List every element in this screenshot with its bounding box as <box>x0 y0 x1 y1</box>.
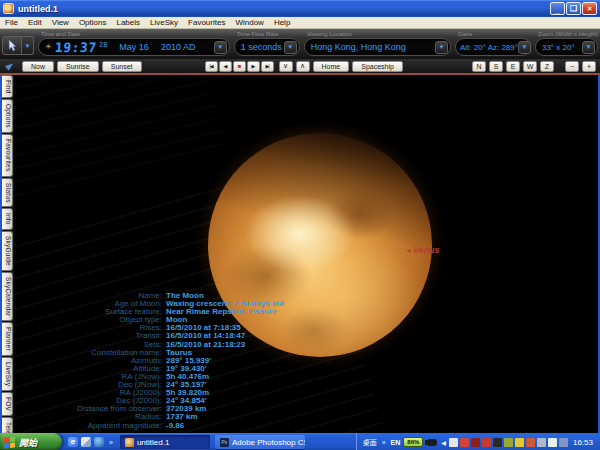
play-forward-button[interactable]: ▶ <box>247 61 260 72</box>
ie-icon[interactable]: e <box>68 437 78 447</box>
flow-up-button[interactable]: ∧ <box>296 61 310 72</box>
home-button[interactable]: Home <box>313 61 350 72</box>
gaze-zenith-button[interactable]: Z <box>540 61 554 72</box>
gaze-east-button[interactable]: E <box>506 61 520 72</box>
menu-livesky[interactable]: LiveSky <box>150 18 178 27</box>
taskbar-task-untitled[interactable]: untitled.1 <box>120 435 210 449</box>
sidebar-tab-livesky[interactable]: LiveSky <box>2 357 13 391</box>
play-reverse-button[interactable]: ◀ <box>219 61 232 72</box>
tray-icon-8[interactable] <box>526 438 535 447</box>
stop-button[interactable]: ■ <box>233 61 246 72</box>
zoom-value: 33° x 20° <box>542 43 575 52</box>
quick-launch: e » <box>68 437 115 447</box>
menu-window[interactable]: Window <box>235 18 263 27</box>
gaze-display[interactable]: Alt: 20° Az: 289° ▼ <box>455 38 531 56</box>
toolbar-main: ▼ Time and Date ☀ 19:37 28 May 16 2010 A… <box>0 29 600 59</box>
viewing-location-dropdown[interactable]: ▼ <box>435 41 448 54</box>
tray-chevron-icon[interactable]: » <box>382 439 386 446</box>
time-date-dropdown[interactable]: ▼ <box>214 41 227 54</box>
show-desktop-icon[interactable] <box>81 437 91 447</box>
tray-icon-4[interactable] <box>482 438 491 447</box>
zoom-label: Zoom (Width x Height) <box>538 31 598 37</box>
sidebar-tab-info[interactable]: Info <box>2 208 13 230</box>
zoom-dropdown[interactable]: ▼ <box>582 41 595 54</box>
tray-icon-7[interactable] <box>515 438 524 447</box>
menu-view[interactable]: View <box>52 18 69 27</box>
sunset-button[interactable]: Sunset <box>102 61 142 72</box>
sunrise-button[interactable]: Sunrise <box>57 61 99 72</box>
restore-button[interactable]: ❏ <box>566 2 581 15</box>
viewing-location-display[interactable]: Hong Kong, Hong Kong ▼ <box>304 38 451 56</box>
menu-options[interactable]: Options <box>79 18 107 27</box>
step-forward-button[interactable]: ▶| <box>261 61 274 72</box>
taskbar: 開始 e » untitled.1 Ps Adobe Photoshop CS4… <box>0 433 600 450</box>
desktop-toolbar-label[interactable]: 桌面 <box>363 437 377 447</box>
time-date-display[interactable]: ☀ 19:37 28 May 16 2010 AD ▼ <box>38 38 230 56</box>
sidebar-tab-find[interactable]: Find <box>2 75 13 98</box>
year-value: 2010 AD <box>161 42 196 52</box>
sidebar-tab-status[interactable]: Status <box>2 178 13 208</box>
step-back-button[interactable]: |◀ <box>205 61 218 72</box>
tray-icon-2[interactable] <box>460 438 469 447</box>
power-plug-icon <box>428 439 437 446</box>
tray-icon-10[interactable] <box>548 438 557 447</box>
tray-icon-1[interactable] <box>449 438 458 447</box>
gaze-south-button[interactable]: S <box>489 61 503 72</box>
close-button[interactable]: × <box>582 2 597 15</box>
now-button[interactable]: Now <box>22 61 54 72</box>
time-flow-value: 1 seconds <box>241 42 282 52</box>
cursor-arrow-icon <box>7 39 17 52</box>
tray-icon-3[interactable] <box>471 438 480 447</box>
sidebar-tab-skyguide[interactable]: SkyGuide <box>2 231 13 271</box>
time-flow-display[interactable]: 1 seconds ▼ <box>234 38 300 56</box>
start-button[interactable]: 開始 <box>0 433 62 450</box>
hide-icons-chevron-icon[interactable]: ◀ <box>441 439 446 446</box>
tray-icon-9[interactable] <box>537 438 546 447</box>
gaze-section: Gaze Alt: 20° Az: 289° ▼ <box>455 30 531 56</box>
tray-icon-11[interactable] <box>559 438 568 447</box>
sidebar-tab-telescope[interactable]: Telescope <box>2 417 13 433</box>
time-flow-dropdown[interactable]: ▼ <box>284 41 297 54</box>
pointer-tool-button[interactable] <box>2 36 22 55</box>
app-icon <box>3 3 14 14</box>
menu-file[interactable]: File <box>5 18 18 27</box>
viewing-location-label: Viewing Location <box>307 31 451 37</box>
browser-globe-icon[interactable] <box>94 437 104 447</box>
pointer-tool-dropdown[interactable]: ▼ <box>22 36 34 55</box>
close-icon: × <box>587 5 592 13</box>
clock-hm: 19:37 <box>55 40 98 55</box>
chevron-down-icon: ▼ <box>287 44 293 50</box>
sidebar-tab-planner[interactable]: Planner <box>2 322 13 356</box>
windows-logo-green <box>10 436 15 442</box>
clock-seconds: 28 <box>99 41 107 49</box>
menu-favourites[interactable]: Favourites <box>188 18 225 27</box>
zoom-in-button[interactable]: + <box>582 61 596 72</box>
menu-edit[interactable]: Edit <box>28 18 42 27</box>
minimize-button[interactable]: _ <box>550 2 565 15</box>
tray-icon-6[interactable] <box>504 438 513 447</box>
zoom-out-button[interactable]: − <box>565 61 579 72</box>
menu-help[interactable]: Help <box>274 18 290 27</box>
taskbar-task-photoshop[interactable]: Ps Adobe Photoshop CS4... <box>215 435 305 449</box>
windows-logo-red <box>4 437 9 443</box>
gaze-north-button[interactable]: N <box>472 61 486 72</box>
zoom-display[interactable]: 33° x 20° ▼ <box>535 38 598 56</box>
tray-icon-5[interactable] <box>493 438 502 447</box>
sky-view[interactable]: ◄Venus Name:The Moon Age of Moon:Waxing … <box>14 75 598 433</box>
app-window: untitled.1 _ ❏ × File Edit View Options … <box>0 0 600 450</box>
battery-indicator[interactable]: 86% <box>403 437 423 447</box>
quick-launch-chevron-icon[interactable]: » <box>109 439 113 446</box>
sidebar-tab-fov[interactable]: FOV <box>2 392 13 416</box>
gaze-west-button[interactable]: W <box>523 61 537 72</box>
sidebar-tab-skycalendar[interactable]: SkyCalendar <box>2 272 13 321</box>
sidebar-tab-favourites[interactable]: Favourites <box>2 134 13 176</box>
sidebar-tab-options[interactable]: Options <box>2 99 13 133</box>
language-indicator[interactable]: EN <box>391 439 401 446</box>
chevron-down-icon: ▼ <box>438 44 444 50</box>
gaze-dropdown[interactable]: ▼ <box>518 41 531 54</box>
info-row: Apparent magnitude:-9.86 <box>20 422 284 430</box>
tray-clock[interactable]: 16:53 <box>573 438 593 447</box>
flow-down-button[interactable]: ∨ <box>279 61 293 72</box>
spaceship-button[interactable]: Spaceship <box>352 61 403 72</box>
menu-labels[interactable]: Labels <box>116 18 140 27</box>
